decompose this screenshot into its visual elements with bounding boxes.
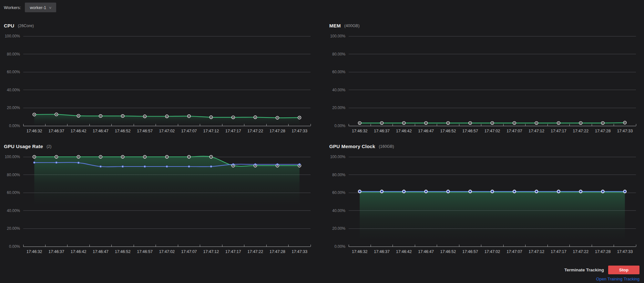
svg-text:80.00%: 80.00% [332, 173, 345, 177]
terminate-tracking-label: Terminate Tracking [564, 268, 604, 272]
svg-text:17:46:57: 17:46:57 [137, 129, 153, 133]
workers-label: Workers: [4, 5, 21, 10]
svg-text:17:47:17: 17:47:17 [551, 249, 567, 254]
chart-gpu-usage-header: GPU Usage Rate (2) [3, 141, 318, 151]
svg-text:17:46:47: 17:46:47 [418, 129, 434, 133]
svg-text:17:47:33: 17:47:33 [291, 129, 307, 133]
svg-text:17:47:28: 17:47:28 [270, 129, 285, 133]
svg-text:17:46:52: 17:46:52 [115, 129, 131, 133]
chart-mem-subtitle: (400GB) [344, 24, 360, 28]
chart-canvas-svg: 100.00%80.00%60.00%40.00%20.00%0.00%17:4… [3, 151, 315, 258]
svg-text:17:47:22: 17:47:22 [573, 129, 589, 133]
svg-text:17:46:32: 17:46:32 [26, 129, 42, 133]
svg-text:17:47:12: 17:47:12 [203, 129, 219, 133]
svg-text:17:46:47: 17:46:47 [418, 249, 434, 254]
svg-text:60.00%: 60.00% [332, 70, 345, 74]
svg-text:17:46:57: 17:46:57 [462, 249, 478, 254]
svg-text:17:47:02: 17:47:02 [485, 249, 500, 254]
svg-text:17:47:22: 17:47:22 [573, 249, 589, 254]
svg-text:17:46:47: 17:46:47 [93, 249, 108, 254]
chart-gpu-memory-clock-title: GPU Memory Clock [329, 144, 375, 149]
chart-gpu-memory-clock-header: GPU Memory Clock (160GB) [329, 141, 643, 151]
svg-text:0.00%: 0.00% [9, 244, 20, 249]
svg-text:100.00%: 100.00% [5, 155, 20, 159]
svg-text:17:46:37: 17:46:37 [374, 249, 390, 254]
svg-text:17:47:28: 17:47:28 [595, 249, 611, 254]
workers-bar: Workers: worker-1 ∨ [4, 3, 56, 12]
svg-text:17:47:17: 17:47:17 [225, 249, 241, 254]
svg-text:0.00%: 0.00% [334, 124, 345, 128]
chart-gpu-usage-title: GPU Usage Rate [4, 144, 43, 149]
series-area-gpu-0 [34, 156, 300, 247]
open-training-tracking-link[interactable]: Open Training Tracking [564, 277, 639, 281]
chart-cpu-subtitle: (26Core) [18, 24, 34, 28]
svg-text:20.00%: 20.00% [332, 106, 345, 110]
svg-text:17:46:57: 17:46:57 [462, 129, 478, 133]
chart-cpu-canvas: 100.00%80.00%60.00%40.00%20.00%0.00%17:4… [3, 30, 318, 137]
svg-text:0.00%: 0.00% [334, 244, 345, 249]
svg-text:17:47:07: 17:47:07 [181, 129, 197, 133]
svg-text:17:46:37: 17:46:37 [48, 249, 64, 254]
x-axis-labels: 17:46:3217:46:3717:46:4217:46:4717:46:52… [352, 249, 633, 254]
svg-text:100.00%: 100.00% [5, 34, 20, 38]
svg-text:17:46:52: 17:46:52 [440, 129, 456, 133]
svg-text:17:47:02: 17:47:02 [159, 129, 175, 133]
svg-text:17:46:42: 17:46:42 [71, 249, 87, 254]
svg-text:17:46:52: 17:46:52 [115, 249, 131, 254]
chart-cpu-header: CPU (26Core) [3, 20, 318, 30]
chart-gpu-memory-clock-subtitle: (160GB) [379, 144, 394, 149]
chart-gpu-memory-clock-canvas: 100.00%80.00%60.00%40.00%20.00%0.00%17:4… [329, 151, 643, 258]
svg-text:20.00%: 20.00% [7, 106, 20, 110]
svg-text:17:46:47: 17:46:47 [93, 129, 108, 133]
svg-text:17:47:22: 17:47:22 [248, 249, 263, 254]
grid-lines [23, 36, 311, 108]
svg-text:17:47:28: 17:47:28 [270, 249, 285, 254]
y-axis-labels: 100.00%80.00%60.00%40.00%20.00%0.00% [330, 155, 346, 249]
chart-mem-canvas: 100.00%80.00%60.00%40.00%20.00%0.00%17:4… [329, 30, 643, 137]
svg-text:17:46:42: 17:46:42 [71, 129, 87, 133]
svg-text:60.00%: 60.00% [332, 190, 345, 195]
svg-text:100.00%: 100.00% [330, 155, 346, 159]
chart-cpu: CPU (26Core) 100.00%80.00%60.00%40.00%20… [3, 20, 318, 137]
svg-text:17:46:32: 17:46:32 [352, 249, 368, 254]
svg-text:60.00%: 60.00% [7, 190, 20, 195]
y-axis-labels: 100.00%80.00%60.00%40.00%20.00%0.00% [330, 34, 346, 128]
chart-gpu-usage-subtitle: (2) [46, 144, 51, 149]
svg-text:17:47:12: 17:47:12 [203, 249, 219, 254]
worker-select-value: worker-1 [30, 5, 46, 10]
stop-button[interactable]: Stop [608, 266, 639, 274]
series-area-gpu-mem-0 [360, 192, 625, 247]
chart-mem-header: MEM (400GB) [329, 20, 643, 30]
grid-lines [349, 36, 636, 108]
y-axis-labels: 100.00%80.00%60.00%40.00%20.00%0.00% [5, 34, 20, 128]
svg-text:17:47:28: 17:47:28 [595, 129, 611, 133]
svg-text:20.00%: 20.00% [332, 226, 345, 231]
svg-text:17:47:02: 17:47:02 [159, 249, 175, 254]
svg-text:40.00%: 40.00% [332, 88, 345, 92]
chart-gpu-usage-canvas: 100.00%80.00%60.00%40.00%20.00%0.00%17:4… [3, 151, 318, 258]
chart-gpu-usage: GPU Usage Rate (2) 100.00%80.00%60.00%40… [3, 141, 318, 258]
svg-text:17:46:32: 17:46:32 [352, 129, 368, 133]
svg-text:0.00%: 0.00% [9, 124, 20, 128]
svg-text:17:47:17: 17:47:17 [551, 129, 567, 133]
svg-text:17:47:12: 17:47:12 [529, 249, 545, 254]
x-axis-labels: 17:46:3217:46:3717:46:4217:46:4717:46:52… [352, 129, 633, 133]
chevron-down-icon: ∨ [49, 6, 52, 9]
svg-text:17:47:33: 17:47:33 [617, 129, 633, 133]
svg-text:17:46:37: 17:46:37 [374, 129, 390, 133]
svg-text:17:46:32: 17:46:32 [26, 249, 42, 254]
svg-text:17:47:17: 17:47:17 [225, 129, 241, 133]
svg-text:80.00%: 80.00% [7, 173, 20, 177]
y-axis-labels: 100.00%80.00%60.00%40.00%20.00%0.00% [5, 155, 20, 249]
svg-text:100.00%: 100.00% [330, 34, 346, 38]
worker-select-dropdown[interactable]: worker-1 ∨ [25, 3, 56, 12]
svg-text:17:46:42: 17:46:42 [396, 129, 412, 133]
svg-text:40.00%: 40.00% [7, 88, 20, 92]
svg-text:17:47:02: 17:47:02 [485, 129, 500, 133]
chart-mem: MEM (400GB) 100.00%80.00%60.00%40.00%20.… [329, 20, 643, 137]
svg-text:80.00%: 80.00% [7, 52, 20, 56]
svg-text:20.00%: 20.00% [7, 226, 20, 231]
svg-text:60.00%: 60.00% [7, 70, 20, 74]
svg-text:40.00%: 40.00% [332, 208, 345, 213]
chart-canvas-svg: 100.00%80.00%60.00%40.00%20.00%0.00%17:4… [3, 30, 315, 137]
